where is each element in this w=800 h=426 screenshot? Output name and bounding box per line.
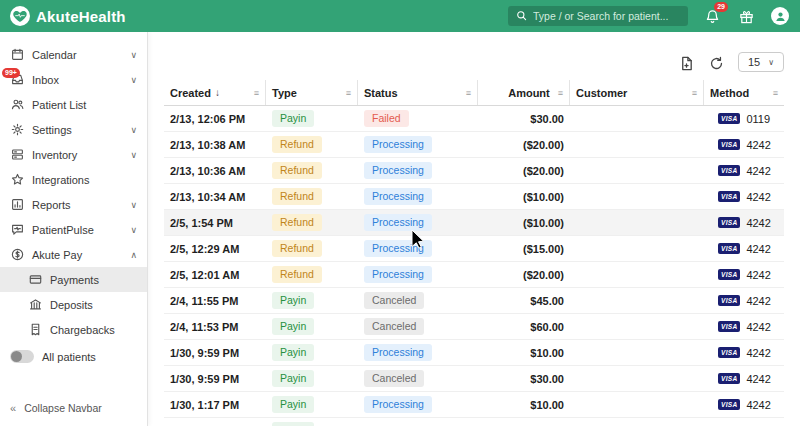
visa-badge: VISA bbox=[718, 243, 740, 254]
patient-search[interactable] bbox=[508, 6, 688, 26]
type-badge: Refund bbox=[272, 136, 322, 153]
export-icon bbox=[679, 56, 694, 71]
card-last4: 4242 bbox=[746, 165, 770, 177]
sidebar-item-patientpulse[interactable]: PatientPulse∨ bbox=[0, 217, 147, 242]
type-badge: Refund bbox=[272, 162, 322, 179]
heart-logo-icon bbox=[10, 6, 30, 26]
sidebar-item-inbox[interactable]: 99+Inbox∨ bbox=[0, 67, 147, 92]
column-header-method[interactable]: Method≡ bbox=[704, 80, 784, 105]
type-cell: Refund bbox=[266, 188, 358, 205]
sidebar-item-patient-list[interactable]: Patient List bbox=[0, 92, 147, 117]
sidebar-item-deposits[interactable]: Deposits bbox=[0, 292, 147, 317]
column-header-amount[interactable]: Amount≡ bbox=[478, 80, 570, 105]
column-label: Type bbox=[272, 87, 297, 99]
sidebar-item-label: PatientPulse bbox=[32, 224, 94, 236]
page-size-select[interactable]: 15 ∨ bbox=[738, 52, 784, 72]
status-cell: Canceled bbox=[358, 292, 478, 309]
status-badge: Processing bbox=[364, 396, 432, 413]
all-patients-row: All patients bbox=[0, 342, 147, 371]
column-menu-icon[interactable]: ≡ bbox=[558, 88, 563, 98]
visa-badge: VISA bbox=[718, 373, 740, 384]
sidebar-item-chargebacks[interactable]: Chargebacks bbox=[0, 317, 147, 342]
status-badge: Canceled bbox=[364, 318, 424, 335]
status-badge: Canceled bbox=[364, 292, 424, 309]
table-toolbar: 15 ∨ bbox=[164, 32, 784, 80]
table-row[interactable]: 1/30, 9:59 PMPayinProcessing$10.00VISA42… bbox=[164, 340, 784, 366]
created-cell: 2/13, 10:38 AM bbox=[164, 139, 266, 151]
chevron-down-icon: ∨ bbox=[768, 58, 774, 67]
rewards-button[interactable] bbox=[736, 6, 756, 26]
column-header-customer[interactable]: Customer≡ bbox=[570, 80, 704, 105]
card-last4: 4242 bbox=[746, 399, 770, 411]
created-cell: 2/5, 12:29 AM bbox=[164, 243, 266, 255]
table-row[interactable]: 2/5, 12:01 AMRefundProcessing($20.00)VIS… bbox=[164, 262, 784, 288]
table-row[interactable]: 2/13, 10:36 AMRefundProcessing($20.00)VI… bbox=[164, 158, 784, 184]
sidebar-item-integrations[interactable]: Integrations bbox=[0, 167, 147, 192]
export-button[interactable] bbox=[678, 54, 696, 72]
table-row[interactable]: 2/13, 12:06 PMPayinFailed$30.00VISA0119 bbox=[164, 106, 784, 132]
status-cell: Canceled bbox=[358, 370, 478, 387]
status-badge: Processing bbox=[364, 214, 432, 231]
type-badge: Payin bbox=[272, 370, 314, 387]
search-icon bbox=[516, 7, 527, 25]
sidebar-item-reports[interactable]: Reports∨ bbox=[0, 192, 147, 217]
refresh-button[interactable] bbox=[708, 54, 726, 72]
method-cell: VISA4242 bbox=[704, 373, 784, 385]
sidebar-item-calendar[interactable]: Calendar∨ bbox=[0, 42, 147, 67]
type-cell: Payin bbox=[266, 396, 358, 413]
table-row[interactable]: 2/13, 10:34 AMRefundProcessing($10.00)VI… bbox=[164, 184, 784, 210]
card-last4: 4242 bbox=[746, 269, 770, 281]
sidebar-item-label: Patient List bbox=[32, 99, 86, 111]
payments-main: 15 ∨ Created↓≡Type≡Status≡Amount≡Custome… bbox=[148, 32, 800, 426]
column-header-type[interactable]: Type≡ bbox=[266, 80, 358, 105]
column-menu-icon[interactable]: ≡ bbox=[346, 88, 351, 98]
search-input[interactable] bbox=[533, 10, 680, 22]
payments-icon bbox=[28, 273, 42, 287]
visa-badge: VISA bbox=[718, 165, 740, 176]
sidebar-item-settings[interactable]: Settings∨ bbox=[0, 117, 147, 142]
column-menu-icon[interactable]: ≡ bbox=[773, 88, 778, 98]
status-cell: Processing bbox=[358, 240, 478, 257]
app-logo[interactable]: AkuteHealth bbox=[10, 6, 126, 26]
sidebar-item-label: Akute Pay bbox=[32, 249, 82, 261]
column-menu-icon[interactable]: ≡ bbox=[692, 88, 697, 98]
amount-cell: ($20.00) bbox=[478, 269, 570, 281]
top-header: AkuteHealth 29 bbox=[0, 0, 800, 32]
table-row[interactable]: 2/4, 11:55 PMPayinCanceled$45.00VISA4242 bbox=[164, 288, 784, 314]
column-header-status[interactable]: Status≡ bbox=[358, 80, 478, 105]
user-avatar-icon bbox=[771, 7, 789, 25]
type-badge: Payin bbox=[272, 318, 314, 335]
table-row[interactable]: 2/13, 10:38 AMRefundProcessing($20.00)VI… bbox=[164, 132, 784, 158]
table-row[interactable]: 1/30, 1:17 PMPayinProcessing$10.00VISA42… bbox=[164, 392, 784, 418]
amount-cell: $10.00 bbox=[478, 399, 570, 411]
table-row[interactable]: 2/5, 12:29 AMRefundProcessing($15.00)VIS… bbox=[164, 236, 784, 262]
account-button[interactable] bbox=[770, 6, 790, 26]
visa-badge: VISA bbox=[718, 321, 740, 332]
method-cell: VISA4242 bbox=[704, 269, 784, 281]
collapse-navbar-button[interactable]: « Collapse Navbar bbox=[0, 394, 147, 426]
amount-cell: ($15.00) bbox=[478, 243, 570, 255]
sidebar-item-label: Integrations bbox=[32, 174, 89, 186]
card-last4: 4242 bbox=[746, 191, 770, 203]
chevron-down-icon: ∨ bbox=[130, 225, 137, 235]
column-header-created[interactable]: Created↓≡ bbox=[164, 80, 266, 105]
sidebar-item-inventory[interactable]: Inventory∨ bbox=[0, 142, 147, 167]
type-cell: Refund bbox=[266, 240, 358, 257]
sidebar-item-label: Settings bbox=[32, 124, 72, 136]
chevron-up-icon: ∧ bbox=[130, 250, 137, 260]
created-cell: 2/13, 10:36 AM bbox=[164, 165, 266, 177]
column-menu-icon[interactable]: ≡ bbox=[466, 88, 471, 98]
refresh-icon bbox=[709, 56, 724, 71]
sidebar-item-akute-pay[interactable]: Akute Pay∧ bbox=[0, 242, 147, 267]
table-row[interactable]: 1/30, 9:59 PMPayinCanceled$30.00VISA4242 bbox=[164, 366, 784, 392]
amount-cell: $10.00 bbox=[478, 347, 570, 359]
table-row[interactable]: 2/4, 11:53 PMPayinCanceled$60.00VISA4242 bbox=[164, 314, 784, 340]
table-row[interactable]: Payin bbox=[164, 418, 784, 426]
type-cell: Payin bbox=[266, 344, 358, 361]
table-row[interactable]: 2/5, 1:54 PMRefundProcessing($10.00)VISA… bbox=[164, 210, 784, 236]
calendar-icon bbox=[10, 48, 24, 62]
all-patients-toggle[interactable] bbox=[10, 350, 34, 363]
column-menu-icon[interactable]: ≡ bbox=[254, 88, 259, 98]
notifications-button[interactable]: 29 bbox=[702, 6, 722, 26]
sidebar-item-payments[interactable]: Payments bbox=[0, 267, 147, 292]
